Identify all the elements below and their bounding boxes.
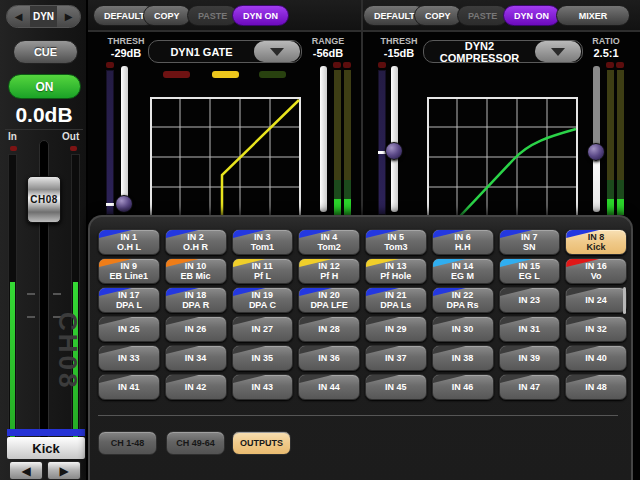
- channel-name-label: H.H: [455, 242, 471, 252]
- channel-button-in-32[interactable]: IN 32: [565, 316, 627, 342]
- channel-id-label: IN 23: [519, 295, 541, 305]
- channel-id-label: IN 38: [452, 353, 474, 363]
- channel-button-in-10[interactable]: IN 10EB Mic: [165, 258, 227, 284]
- panel-scrollbar[interactable]: [623, 287, 626, 314]
- channel-button-in-25[interactable]: IN 25: [98, 316, 160, 342]
- channel-name-label: EB Line1: [110, 271, 149, 281]
- channel-button-in-34[interactable]: IN 34: [165, 345, 227, 371]
- channel-name-label: O.H R: [183, 242, 208, 252]
- cue-button[interactable]: CUE: [13, 40, 78, 64]
- mixer-button[interactable]: MIXER: [556, 5, 630, 26]
- dyn2-thresh-slider[interactable]: [391, 66, 398, 212]
- dyn1-range-slider[interactable]: [320, 66, 327, 212]
- channel-button-in-44[interactable]: IN 44: [298, 374, 360, 400]
- channel-name-plate[interactable]: Kick: [7, 437, 85, 459]
- channel-button-in-38[interactable]: IN 38: [432, 345, 494, 371]
- dyn1-type-dropdown[interactable]: DYN1 GATE: [148, 40, 302, 63]
- channel-button-in-17[interactable]: IN 17DPA L: [98, 287, 160, 313]
- dyn2-thresh-value: -15dB: [371, 47, 427, 59]
- channel-button-in-4[interactable]: IN 4Tom2: [298, 229, 360, 255]
- dyn2-copy-button[interactable]: COPY: [414, 5, 462, 26]
- dyn2-on-button[interactable]: DYN ON: [503, 5, 560, 26]
- view-prev-button[interactable]: ◀: [7, 6, 30, 27]
- channel-button-in-7[interactable]: IN 7SN: [499, 229, 561, 255]
- channel-id-label: IN 16: [585, 261, 607, 271]
- channel-button-in-5[interactable]: IN 5Tom3: [365, 229, 427, 255]
- channel-button-in-45[interactable]: IN 45: [365, 374, 427, 400]
- dyn2-type-dropdown[interactable]: DYN2 COMPRESSOR: [423, 40, 583, 63]
- channel-id-label: IN 5: [388, 232, 405, 242]
- channel-id-label: IN 35: [252, 353, 274, 363]
- channel-button-in-46[interactable]: IN 46: [432, 374, 494, 400]
- channel-button-in-41[interactable]: IN 41: [98, 374, 160, 400]
- channel-id-label: IN 8: [588, 232, 605, 242]
- dyn2-ratio-knob[interactable]: [587, 143, 605, 161]
- channel-button-in-14[interactable]: IN 14EG M: [432, 258, 494, 284]
- channel-button-in-15[interactable]: IN 15EG L: [499, 258, 561, 284]
- dyn2-thresh-knob[interactable]: [385, 142, 403, 160]
- dyn1-out-clip-led2: [343, 62, 351, 68]
- channel-button-in-13[interactable]: IN 13Pf Hole: [365, 258, 427, 284]
- channel-button-in-8[interactable]: IN 8Kick: [565, 229, 627, 255]
- view-next-button[interactable]: ▶: [57, 6, 80, 27]
- channel-button-in-28[interactable]: IN 28: [298, 316, 360, 342]
- dyn1-paste-button[interactable]: PASTE: [187, 5, 238, 26]
- channel-name-label: DPA LFE: [310, 300, 348, 310]
- channel-button-in-6[interactable]: IN 6H.H: [432, 229, 494, 255]
- channel-button-in-24[interactable]: IN 24: [565, 287, 627, 313]
- channel-id-label: IN 4: [321, 232, 338, 242]
- fader-cap[interactable]: CH08: [27, 176, 61, 223]
- channel-button-in-30[interactable]: IN 30: [432, 316, 494, 342]
- channel-id-label: IN 37: [385, 353, 407, 363]
- channel-id-label: IN 27: [252, 324, 274, 334]
- channel-button-in-26[interactable]: IN 26: [165, 316, 227, 342]
- dyn1-thresh-slider[interactable]: [121, 66, 128, 208]
- channel-button-in-9[interactable]: IN 9EB Line1: [98, 258, 160, 284]
- channel-button-in-35[interactable]: IN 35: [232, 345, 294, 371]
- channel-button-in-12[interactable]: IN 12Pf H: [298, 258, 360, 284]
- dyn1-led-yellow: [212, 71, 239, 78]
- channel-button-in-33[interactable]: IN 33: [98, 345, 160, 371]
- channel-next-button[interactable]: ▶: [47, 461, 81, 480]
- channel-button-in-37[interactable]: IN 37: [365, 345, 427, 371]
- dyn2-ratio-label: RATIO: [578, 36, 634, 46]
- channel-button-in-20[interactable]: IN 20DPA LFE: [298, 287, 360, 313]
- channel-button-in-27[interactable]: IN 27: [232, 316, 294, 342]
- channel-on-button[interactable]: ON: [8, 74, 81, 99]
- dyn2-dropdown-arrow[interactable]: [535, 41, 581, 62]
- channel-button-in-19[interactable]: IN 19DPA C: [232, 287, 294, 313]
- channel-button-in-22[interactable]: IN 22DPA Rs: [432, 287, 494, 313]
- tab-ch-1-48[interactable]: CH 1-48: [98, 431, 157, 455]
- channel-name-label: Kick: [587, 242, 606, 252]
- channel-button-in-40[interactable]: IN 40: [565, 345, 627, 371]
- channel-button-in-3[interactable]: IN 3Tom1: [232, 229, 294, 255]
- panel-divider: [98, 415, 618, 416]
- dyn1-on-button[interactable]: DYN ON: [232, 5, 289, 26]
- dyn1-output-meter-r: [344, 70, 351, 215]
- channel-button-in-36[interactable]: IN 36: [298, 345, 360, 371]
- channel-button-in-42[interactable]: IN 42: [165, 374, 227, 400]
- channel-button-in-1[interactable]: IN 1O.H L: [98, 229, 160, 255]
- channel-prev-button[interactable]: ◀: [9, 461, 43, 480]
- channel-name-label: Pf L: [254, 271, 271, 281]
- channel-button-in-11[interactable]: IN 11Pf L: [232, 258, 294, 284]
- channel-button-in-23[interactable]: IN 23: [499, 287, 561, 313]
- channel-button-in-16[interactable]: IN 16Vo: [565, 258, 627, 284]
- channel-button-in-18[interactable]: IN 18DPA R: [165, 287, 227, 313]
- dyn1-dropdown-arrow[interactable]: [254, 41, 300, 62]
- channel-id-label: IN 30: [452, 324, 474, 334]
- channel-button-in-43[interactable]: IN 43: [232, 374, 294, 400]
- tab-outputs[interactable]: OUTPUTS: [232, 431, 291, 455]
- channel-button-in-21[interactable]: IN 21DPA Ls: [365, 287, 427, 313]
- dyn2-ratio-slider[interactable]: [593, 66, 600, 212]
- dyn2-paste-button[interactable]: PASTE: [457, 5, 508, 26]
- channel-button-in-39[interactable]: IN 39: [499, 345, 561, 371]
- channel-button-in-31[interactable]: IN 31: [499, 316, 561, 342]
- channel-button-in-47[interactable]: IN 47: [499, 374, 561, 400]
- dyn1-copy-button[interactable]: COPY: [143, 5, 191, 26]
- channel-button-in-2[interactable]: IN 2O.H R: [165, 229, 227, 255]
- dyn1-thresh-knob[interactable]: [115, 195, 133, 213]
- channel-button-in-48[interactable]: IN 48: [565, 374, 627, 400]
- channel-button-in-29[interactable]: IN 29: [365, 316, 427, 342]
- tab-ch-49-64[interactable]: CH 49-64: [166, 431, 225, 455]
